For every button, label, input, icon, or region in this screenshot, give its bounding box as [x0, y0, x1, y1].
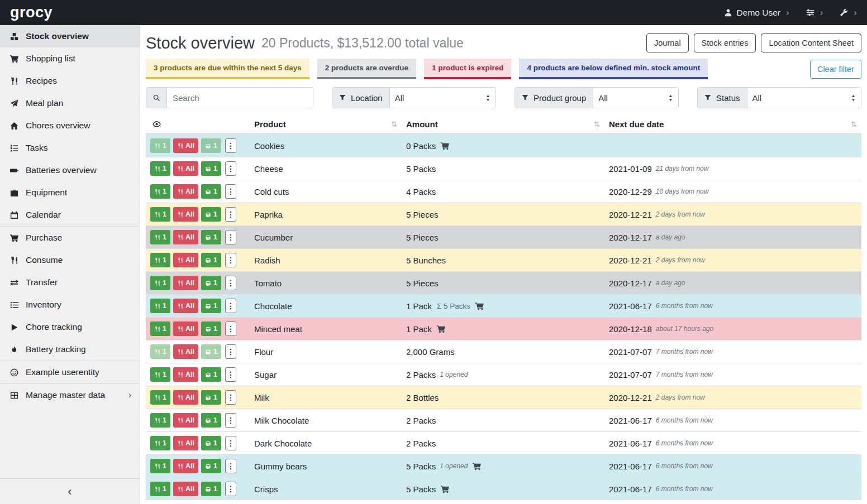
admin-menu[interactable]: ›: [840, 7, 857, 18]
row-menu-button[interactable]: ⋮: [225, 138, 236, 153]
consume-one-button[interactable]: 1: [150, 413, 170, 428]
sidebar-item-purchase[interactable]: Purchase: [0, 227, 140, 249]
consume-one-button[interactable]: 1: [150, 207, 170, 222]
sidebar-item-manage-master-data[interactable]: Manage master data›: [0, 384, 140, 406]
open-one-button[interactable]: 1: [201, 321, 221, 336]
open-one-button[interactable]: 1: [201, 482, 221, 496]
row-menu-button[interactable]: ⋮: [225, 161, 236, 176]
consume-one-button[interactable]: 1: [150, 344, 170, 359]
open-one-button[interactable]: 1: [201, 390, 221, 405]
sidebar-item-stock-overview[interactable]: Stock overview: [0, 25, 140, 47]
sidebar-item-transfer[interactable]: Transfer: [0, 271, 140, 294]
consume-all-button[interactable]: All: [173, 184, 198, 199]
open-one-button[interactable]: 1: [201, 138, 221, 153]
row-menu-button[interactable]: ⋮: [225, 482, 236, 496]
consume-one-button[interactable]: 1: [150, 184, 170, 199]
status-banner-danger[interactable]: 1 product is expired: [424, 59, 511, 79]
settings-menu[interactable]: ›: [806, 7, 823, 18]
column-header-next-due-date[interactable]: Next due date ⇅: [604, 119, 861, 129]
consume-one-button[interactable]: 1: [150, 299, 170, 313]
consume-all-button[interactable]: All: [173, 482, 198, 496]
sidebar-item-recipes[interactable]: Recipes: [0, 70, 140, 92]
open-one-button[interactable]: 1: [201, 207, 221, 222]
row-menu-button[interactable]: ⋮: [225, 459, 236, 473]
row-menu-button[interactable]: ⋮: [225, 230, 236, 244]
sidebar-item-equipment[interactable]: Equipment: [0, 181, 140, 204]
sidebar-collapse-button[interactable]: ‹: [0, 478, 140, 504]
consume-one-button[interactable]: 1: [150, 321, 170, 336]
sidebar-item-batteries-overview[interactable]: Batteries overview: [0, 159, 140, 181]
open-one-button[interactable]: 1: [201, 344, 221, 359]
clear-filter-button[interactable]: Clear filter: [810, 60, 861, 79]
sidebar-item-chores-overview[interactable]: Chores overview: [0, 114, 140, 137]
open-one-button[interactable]: 1: [201, 459, 221, 473]
row-menu-button[interactable]: ⋮: [225, 367, 236, 382]
sidebar-item-battery-tracking[interactable]: Battery tracking: [0, 338, 140, 361]
consume-one-button[interactable]: 1: [150, 390, 170, 405]
open-one-button[interactable]: 1: [201, 413, 221, 428]
sidebar-item-example-userentity[interactable]: Example userentity: [0, 361, 140, 384]
consume-one-button[interactable]: 1: [150, 253, 170, 267]
open-one-button[interactable]: 1: [201, 184, 221, 199]
open-one-button[interactable]: 1: [201, 367, 221, 382]
sidebar-item-tasks[interactable]: Tasks: [0, 137, 140, 159]
open-one-button[interactable]: 1: [201, 299, 221, 313]
sidebar-item-consume[interactable]: Consume: [0, 249, 140, 271]
consume-all-button[interactable]: All: [173, 299, 198, 313]
consume-all-button[interactable]: All: [173, 253, 198, 267]
consume-all-button[interactable]: All: [173, 230, 198, 244]
consume-all-button[interactable]: All: [173, 344, 198, 359]
consume-all-button[interactable]: All: [173, 436, 198, 450]
sidebar-item-shopping-list[interactable]: Shopping list: [0, 47, 140, 70]
consume-all-button[interactable]: All: [173, 161, 198, 176]
consume-one-button[interactable]: 1: [150, 276, 170, 290]
product-group-select[interactable]: All: [593, 88, 678, 108]
consume-one-button[interactable]: 1: [150, 230, 170, 244]
consume-one-button[interactable]: 1: [150, 367, 170, 382]
consume-one-button[interactable]: 1: [150, 459, 170, 473]
row-menu-button[interactable]: ⋮: [225, 184, 236, 199]
open-one-button[interactable]: 1: [201, 436, 221, 450]
sidebar-item-calendar[interactable]: Calendar: [0, 204, 140, 227]
open-one-button[interactable]: 1: [201, 253, 221, 267]
consume-all-button[interactable]: All: [173, 459, 198, 473]
stock-entries-button[interactable]: Stock entries: [694, 33, 756, 52]
row-menu-button[interactable]: ⋮: [225, 276, 236, 290]
open-one-button[interactable]: 1: [201, 276, 221, 290]
status-banner-secondary[interactable]: 2 products are overdue: [317, 59, 416, 79]
location-content-sheet-button[interactable]: Location Content Sheet: [761, 33, 861, 52]
user-menu[interactable]: Demo User ›: [724, 7, 789, 18]
row-menu-button[interactable]: ⋮: [225, 344, 236, 359]
journal-button[interactable]: Journal: [646, 33, 689, 52]
sidebar-item-meal-plan[interactable]: Meal plan: [0, 92, 140, 114]
location-select[interactable]: All: [390, 88, 496, 108]
row-menu-button[interactable]: ⋮: [225, 321, 236, 336]
consume-all-button[interactable]: All: [173, 276, 198, 290]
sidebar-item-inventory[interactable]: Inventory: [0, 294, 140, 316]
row-menu-button[interactable]: ⋮: [225, 207, 236, 222]
consume-one-button[interactable]: 1: [150, 138, 170, 153]
row-menu-button[interactable]: ⋮: [225, 390, 236, 405]
search-input[interactable]: [167, 88, 313, 108]
consume-one-button[interactable]: 1: [150, 482, 170, 496]
status-select[interactable]: All: [747, 88, 861, 108]
status-banner-info[interactable]: 4 products are below defined min. stock …: [519, 59, 708, 79]
consume-all-button[interactable]: All: [173, 321, 198, 336]
consume-all-button[interactable]: All: [173, 390, 198, 405]
open-one-button[interactable]: 1: [201, 161, 221, 176]
consume-one-button[interactable]: 1: [150, 161, 170, 176]
status-banner-warning[interactable]: 3 products are due within the next 5 day…: [146, 59, 309, 79]
column-header-product[interactable]: Product ⇅: [250, 119, 402, 129]
consume-all-button[interactable]: All: [173, 207, 198, 222]
sidebar-item-chore-tracking[interactable]: Chore tracking: [0, 316, 140, 338]
row-menu-button[interactable]: ⋮: [225, 436, 236, 450]
row-menu-button[interactable]: ⋮: [225, 253, 236, 267]
row-menu-button[interactable]: ⋮: [225, 299, 236, 313]
column-header-amount[interactable]: Amount ⇅: [402, 119, 604, 129]
row-menu-button[interactable]: ⋮: [225, 413, 236, 428]
consume-all-button[interactable]: All: [173, 367, 198, 382]
consume-all-button[interactable]: All: [173, 138, 198, 153]
open-one-button[interactable]: 1: [201, 230, 221, 244]
app-logo[interactable]: grocy: [10, 4, 53, 21]
consume-one-button[interactable]: 1: [150, 436, 170, 450]
